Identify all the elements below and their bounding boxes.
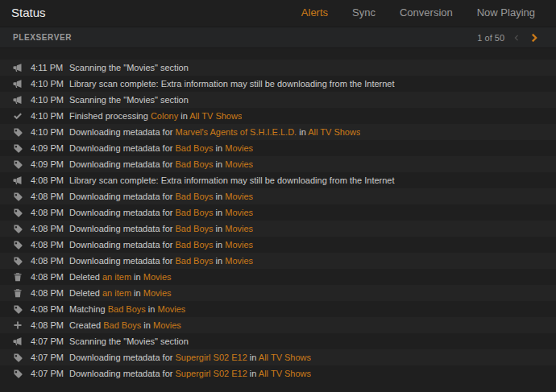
alert-text: Finished processing: [69, 111, 151, 121]
alert-time: 4:09 PM: [31, 159, 68, 169]
alert-time: 4:11 PM: [31, 63, 68, 72]
alert-link[interactable]: Supergirl S02 E12: [175, 369, 247, 378]
tag-icon: [13, 369, 23, 378]
alert-message: Scanning the "Movies" section: [69, 63, 189, 72]
tag-icon: [13, 127, 23, 137]
alert-link[interactable]: Marvel's Agents of S.H.I.E.L.D.: [175, 127, 297, 137]
alert-link[interactable]: an item: [102, 272, 131, 282]
alert-text: in: [214, 143, 226, 153]
alert-text: Scanning the "Movies" section: [69, 95, 189, 105]
alert-link[interactable]: Movies: [225, 143, 253, 153]
tag-icon: [13, 143, 23, 153]
alert-row: 4:08 PMDownloading metadata for Bad Boys…: [0, 188, 556, 204]
alert-link[interactable]: Bad Boys: [175, 208, 213, 217]
alert-time: 4:09 PM: [31, 143, 68, 153]
alert-row: 4:07 PMScanning the "Movies" section: [0, 333, 556, 349]
alert-text: Downloading metadata for: [69, 256, 175, 266]
tab-alerts[interactable]: Alerts: [301, 6, 328, 19]
alert-text: in: [247, 353, 259, 362]
alert-row: 4:09 PMDownloading metadata for Bad Boys…: [0, 140, 556, 156]
alert-text: Downloading metadata for: [69, 208, 175, 217]
alert-link[interactable]: Movies: [225, 192, 253, 201]
alert-link[interactable]: Colony: [151, 111, 178, 121]
alert-message: Downloading metadata for Bad Boys in Mov…: [69, 256, 253, 266]
chevron-right-icon[interactable]: [529, 32, 540, 43]
alert-row: 4:07 PMDownloading metadata for Supergir…: [0, 365, 556, 382]
alert-text: in: [131, 288, 143, 298]
alert-time: 4:10 PM: [31, 111, 68, 121]
alert-time: 4:08 PM: [31, 224, 68, 233]
alert-link[interactable]: Movies: [225, 208, 253, 217]
alert-link[interactable]: Bad Boys: [103, 320, 141, 330]
alert-text: in: [214, 240, 226, 250]
alert-text: in: [214, 192, 226, 201]
alert-time: 4:07 PM: [31, 369, 68, 378]
page-title: Status: [11, 6, 46, 19]
alert-row: 4:10 PMFinished processing Colony in All…: [0, 108, 556, 124]
alert-link[interactable]: Movies: [143, 288, 172, 298]
alert-message: Downloading metadata for Bad Boys in Mov…: [69, 240, 253, 250]
alert-link[interactable]: Bad Boys: [175, 256, 213, 266]
alert-link[interactable]: Movies: [225, 224, 253, 233]
tag-icon: [13, 224, 23, 233]
alert-link[interactable]: All TV Shows: [308, 127, 360, 137]
alert-text: Downloading metadata for: [69, 240, 175, 250]
alert-link[interactable]: Supergirl S02 E12: [175, 353, 247, 362]
server-name: PLEXSERVER: [13, 33, 72, 42]
megaphone-icon: [13, 95, 23, 105]
megaphone-icon: [13, 175, 23, 185]
alert-row: 4:08 PMCreated Bad Boys in Movies: [0, 317, 556, 333]
tab-now-playing[interactable]: Now Playing: [477, 6, 535, 19]
alert-row: 4:11 PMScanning the "Movies" section: [0, 60, 556, 76]
alert-link[interactable]: Movies: [225, 256, 253, 266]
alert-link[interactable]: All TV Shows: [259, 353, 311, 362]
alert-row: 4:08 PMDeleted an item in Movies: [0, 285, 556, 301]
alert-link[interactable]: Bad Boys: [108, 304, 146, 314]
alert-message: Library scan complete: Extra information…: [69, 175, 395, 185]
alert-link[interactable]: Bad Boys: [175, 240, 213, 250]
tag-icon: [13, 304, 23, 314]
alert-text: Library scan complete: Extra information…: [69, 79, 395, 89]
tag-icon: [13, 353, 23, 362]
alert-time: 4:08 PM: [31, 175, 68, 185]
alert-link[interactable]: Bad Boys: [175, 143, 213, 153]
alert-text: in: [214, 208, 226, 217]
alert-link[interactable]: Movies: [157, 304, 185, 314]
alert-time: 4:08 PM: [31, 272, 68, 282]
alert-message: Downloading metadata for Bad Boys in Mov…: [69, 192, 253, 201]
alert-text: Created: [69, 320, 103, 330]
alert-text: in: [178, 111, 189, 121]
megaphone-icon: [13, 336, 23, 346]
alert-time: 4:08 PM: [31, 288, 68, 298]
alert-link[interactable]: All TV Shows: [259, 369, 311, 378]
alert-text: in: [146, 304, 158, 314]
plus-icon: [13, 320, 23, 330]
alert-text: Downloading metadata for: [69, 127, 175, 137]
alert-link[interactable]: Bad Boys: [175, 192, 213, 201]
alert-link[interactable]: Movies: [225, 240, 253, 250]
chevron-left-icon[interactable]: [512, 34, 521, 42]
alert-message: Downloading metadata for Marvel's Agents…: [69, 127, 360, 137]
alert-link[interactable]: an item: [102, 288, 131, 298]
alert-link[interactable]: All TV Shows: [189, 111, 242, 121]
alert-row: 4:08 PMMatching Bad Boys in Movies: [0, 301, 556, 317]
alert-link[interactable]: Bad Boys: [175, 159, 213, 169]
alert-text: in: [214, 159, 226, 169]
alert-time: 4:08 PM: [31, 256, 68, 266]
alert-text: Downloading metadata for: [69, 369, 175, 378]
alert-link[interactable]: Bad Boys: [175, 224, 213, 233]
trash-icon: [13, 288, 23, 298]
alert-message: Deleted an item in Movies: [69, 288, 172, 298]
alert-message: Downloading metadata for Supergirl S02 E…: [69, 353, 311, 362]
alert-message: Scanning the "Movies" section: [69, 95, 189, 105]
alert-link[interactable]: Movies: [225, 159, 253, 169]
alert-row: 4:08 PMDeleted an item in Movies: [0, 269, 556, 285]
alert-link[interactable]: Movies: [143, 272, 172, 282]
alert-text: in: [247, 369, 259, 378]
pagination: 1 of 50: [477, 32, 540, 43]
alert-row: 4:08 PMDownloading metadata for Bad Boys…: [0, 221, 556, 237]
alert-link[interactable]: Movies: [153, 320, 181, 330]
megaphone-icon: [13, 63, 23, 72]
tab-conversion[interactable]: Conversion: [400, 6, 453, 19]
tab-sync[interactable]: Sync: [352, 6, 376, 19]
